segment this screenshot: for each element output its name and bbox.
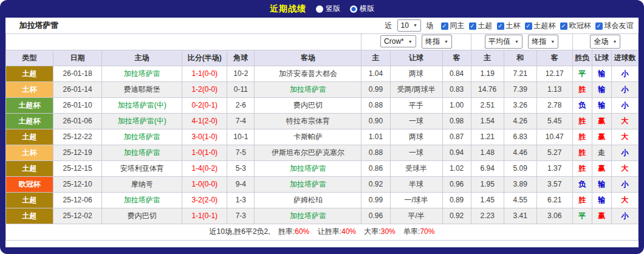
layout-vertical-radio[interactable]: 竖版 xyxy=(316,4,340,14)
average-value: 平均值 xyxy=(488,36,510,47)
match-row: 土超25-12-15安塔利亚体育1-4(0-2)5-3加拉塔萨雷0.86受球半1… xyxy=(6,160,639,176)
away-team[interactable]: 卡斯帕萨 xyxy=(255,129,361,145)
score: 1-0(0-0) xyxy=(182,176,227,192)
odds-away: 0.98 xyxy=(442,113,471,129)
away-team[interactable]: 加拉塔萨雷 xyxy=(255,160,361,176)
corners: 10-1 xyxy=(227,129,255,145)
avg-away: 6.21 xyxy=(536,192,572,208)
away-team[interactable]: 加拉塔萨雷 xyxy=(255,176,361,192)
match-date: 25-12-15 xyxy=(53,160,102,176)
dropdown-arrow-icon: ▼ xyxy=(444,39,448,44)
score: 1-2(0-0) xyxy=(182,81,227,97)
avg-draw: 5.09 xyxy=(504,160,536,176)
average-selector-cell: 平均值 ▼ 终指 ▼ xyxy=(471,33,572,50)
home-team[interactable]: 加拉塔萨雷 xyxy=(102,192,182,208)
filter-checkbox-欧冠杯[interactable]: ✓欧冠杯 xyxy=(560,21,591,31)
odds-away: 0.84 xyxy=(442,66,471,81)
handicap-outcome: 赢 xyxy=(592,160,611,176)
window-frame: 近期战绩 竖版 横版 加拉塔萨雷 近 xyxy=(0,0,644,254)
home-team[interactable]: 安塔利亚体育 xyxy=(102,160,182,176)
layout-horizontal-radio[interactable]: 横版 xyxy=(350,4,374,14)
avg-draw: 3.26 xyxy=(504,97,536,113)
result-outcome: 胜 xyxy=(572,129,592,145)
radio-label-horizontal: 横版 xyxy=(360,4,374,14)
avg-draw: 4.46 xyxy=(504,145,536,160)
column-header: 和 xyxy=(504,50,536,66)
away-team[interactable]: 萨姆松珀 xyxy=(255,192,361,208)
match-count-select[interactable]: 10 ▼ xyxy=(397,19,421,32)
home-team[interactable]: 费内巴切 xyxy=(102,208,182,224)
home-team[interactable]: 摩纳哥 xyxy=(102,176,182,192)
dropdown-arrow-icon: ▼ xyxy=(550,39,555,44)
away-team[interactable]: 费内巴切 xyxy=(255,97,361,113)
avg-home: 1.45 xyxy=(471,192,504,208)
bookmaker-select[interactable]: Crow* ▼ xyxy=(380,35,416,47)
column-header: 类型 xyxy=(6,50,53,66)
odds-away: 0.96 xyxy=(442,176,471,192)
goals-outcome: 小 xyxy=(611,208,638,224)
column-header: 比分(半场) xyxy=(182,50,227,66)
home-team[interactable]: 加拉塔萨雷 xyxy=(102,145,182,160)
match-row: 土超杯26-01-06加拉塔萨雷(中)4-1(2-0)7-4特拉布宗体育0.90… xyxy=(6,113,639,129)
average-select[interactable]: 平均值 ▼ xyxy=(485,35,522,49)
home-team[interactable]: 加拉塔萨雷(中) xyxy=(102,113,182,129)
league-type-badge: 土超 xyxy=(6,192,53,208)
away-team[interactable]: 加济安泰普大都会 xyxy=(255,66,361,81)
match-row: 土杯26-01-14费迪耶斯堡1-2(0-0)0-11加拉塔萨雷0.99受两/两… xyxy=(6,81,639,97)
handicap-outcome: 走 xyxy=(592,145,611,160)
summary-footer: 近10场,胜6平2负2, 胜率:60% 让胜率:40% 大率:30% 单率:70… xyxy=(6,224,639,240)
average-stage-select[interactable]: 终指 ▼ xyxy=(528,35,558,49)
dropdown-arrow-icon: ▼ xyxy=(515,39,519,44)
away-team[interactable]: 加拉塔萨雷 xyxy=(255,81,361,97)
home-team[interactable]: 加拉塔萨雷(中) xyxy=(102,97,182,113)
handicap-line: 两球 xyxy=(390,66,442,81)
away-team[interactable]: 特拉布宗体育 xyxy=(255,113,361,129)
match-date: 26-01-14 xyxy=(53,81,102,97)
match-row: 土杯25-12-19加拉塔萨雷1-0(1-0)7-5伊斯坦布尔巴萨克塞尔0.88… xyxy=(6,145,639,160)
filter-checkbox-土超[interactable]: ✓土超 xyxy=(469,21,493,31)
filter-checkbox-土杯[interactable]: ✓土杯 xyxy=(497,21,521,31)
score: 0-2(0-1) xyxy=(182,97,227,113)
avg-away: 3.06 xyxy=(536,208,572,224)
odds-away: 0.94 xyxy=(442,145,471,160)
filter-checkbox-球会友谊[interactable]: ✓球会友谊 xyxy=(595,21,634,31)
handicap-rate-label: 让胜率: xyxy=(318,227,341,236)
away-team[interactable]: 加拉塔萨雷 xyxy=(255,208,361,224)
match-date: 26-01-10 xyxy=(53,97,102,113)
scope-select[interactable]: 全场 ▼ xyxy=(590,35,620,49)
score: 4-1(2-0) xyxy=(182,113,227,129)
handicap-line: 受两/两球半 xyxy=(390,81,442,97)
checkbox-icon: ✓ xyxy=(560,22,567,30)
score: 3-2(2-0) xyxy=(182,192,227,208)
home-team[interactable]: 费迪耶斯堡 xyxy=(102,81,182,97)
avg-home: 2.51 xyxy=(471,97,504,113)
home-team[interactable]: 加拉塔萨雷 xyxy=(102,129,182,145)
corners: 9-4 xyxy=(227,176,255,192)
match-date: 25-12-22 xyxy=(53,129,102,145)
bookmaker-stage-select[interactable]: 终指 ▼ xyxy=(422,35,452,49)
column-header: 客 xyxy=(536,50,572,66)
avg-away: 10.47 xyxy=(536,129,572,145)
handicap-outcome: 输 xyxy=(592,81,611,97)
dropdown-arrow-icon: ▼ xyxy=(408,39,413,44)
corners: 5-3 xyxy=(227,160,255,176)
corners: 7-5 xyxy=(227,145,255,160)
handicap-line: 一/球半 xyxy=(390,192,442,208)
home-team[interactable]: 加拉塔萨雷 xyxy=(102,66,182,81)
filter-checkbox-土超杯[interactable]: ✓土超杯 xyxy=(525,21,556,31)
filter-checkbox-同主[interactable]: ✓同主 xyxy=(441,21,465,31)
odds-home: 0.99 xyxy=(361,192,390,208)
column-header: 客 xyxy=(442,50,471,66)
handicap-outcome: 输 xyxy=(592,176,611,192)
odd-rate-label: 单率: xyxy=(403,227,420,236)
matches-label: 场 xyxy=(426,21,433,30)
match-date: 26-01-18 xyxy=(53,66,102,81)
team-name: 加拉塔萨雷 xyxy=(6,18,227,33)
odds-home: 0.92 xyxy=(361,176,390,192)
corners: 7-3 xyxy=(227,208,255,224)
league-type-badge: 土超杯 xyxy=(6,113,53,129)
avg-draw: 7.21 xyxy=(504,66,536,81)
checkbox-icon: ✓ xyxy=(525,22,532,30)
away-team[interactable]: 伊斯坦布尔巴萨克塞尔 xyxy=(255,145,361,160)
handicap-line: 一球 xyxy=(390,113,442,129)
